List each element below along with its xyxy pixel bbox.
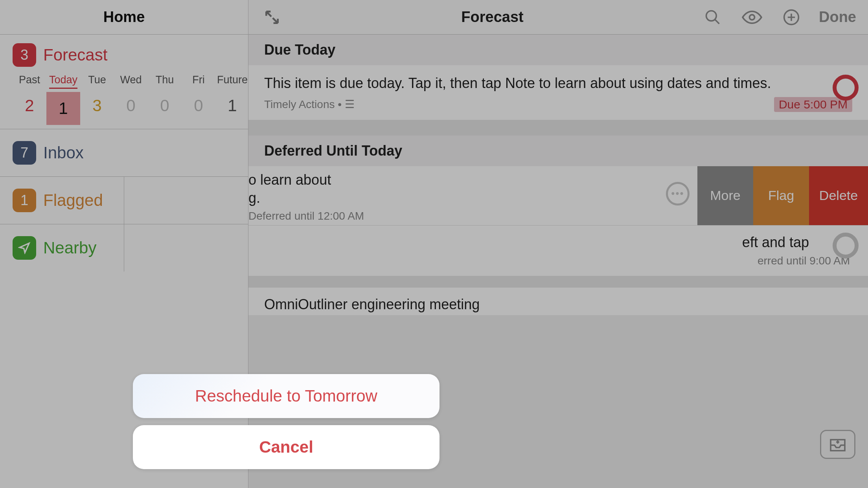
- action-sheet: Reschedule to Tomorrow Cancel: [133, 374, 440, 476]
- reschedule-tomorrow-button[interactable]: Reschedule to Tomorrow: [133, 374, 440, 418]
- cancel-button[interactable]: Cancel: [133, 425, 440, 469]
